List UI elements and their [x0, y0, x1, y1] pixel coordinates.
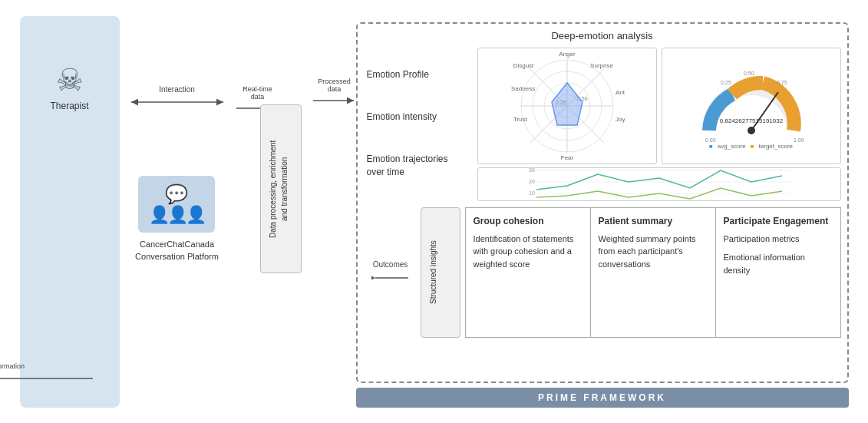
- structured-insights-box: Structured insights: [421, 207, 460, 338]
- feedback-label: Real-time feedback on patient informatio…: [0, 362, 25, 370]
- svg-text:0.56: 0.56: [577, 96, 588, 101]
- right-section: Deep-emotion analysis Emotion Profile Em…: [356, 16, 849, 408]
- participate-engagement-content1: Participation metrics: [724, 233, 833, 246]
- svg-text:Disgust: Disgust: [513, 62, 533, 69]
- emotion-labels: Emotion Profile Emotion intensity Emotio…: [364, 48, 471, 201]
- svg-text:30: 30: [529, 167, 535, 173]
- left-panel: ☠ Therapist Real-time feedback on patien…: [20, 16, 120, 408]
- group-cohesion-box: Group cohesion Identification of stateme…: [466, 208, 591, 337]
- emotion-profile-label: Emotion Profile: [367, 69, 468, 80]
- svg-text:0.00: 0.00: [705, 137, 716, 143]
- participate-engagement-title: Participate Engagement: [724, 216, 833, 226]
- emotion-trajectories-label: Emotion trajectories over time: [367, 153, 468, 179]
- prime-framework-label: PRIME FRAMEWORK: [356, 388, 849, 408]
- outcomes-container: Outcomes: [364, 207, 417, 338]
- svg-text:0.82426277515191032: 0.82426277515191032: [719, 117, 783, 124]
- svg-text:Joy: Joy: [616, 116, 625, 123]
- platform-label: CancerChatCanada Conversation Platform: [135, 239, 219, 263]
- svg-line-23: [751, 92, 778, 131]
- svg-text:Surprise: Surprise: [590, 62, 613, 69]
- svg-text:20: 20: [529, 179, 535, 184]
- interaction-arrow-svg: [127, 96, 227, 108]
- line-chart-box: Oct 7 Oct 8 Nov 9 Nov 6 Nov 6 Nov 8 Nov …: [477, 167, 841, 201]
- radar-svg: Anger Anticipation Joy Fear Trust Sadnes…: [510, 48, 625, 164]
- svg-text:Sadness: Sadness: [511, 85, 535, 92]
- processed-label: Processed data: [318, 78, 351, 93]
- processing-box: Data processing, enrichment and transfor…: [260, 104, 302, 273]
- svg-text:0.25: 0.25: [556, 100, 566, 105]
- processed-arrow-svg: [312, 94, 358, 107]
- svg-text:0.25: 0.25: [721, 80, 731, 85]
- deep-emotion-container: Deep-emotion analysis Emotion Profile Em…: [356, 22, 849, 383]
- svg-point-24: [748, 127, 755, 134]
- processing-column: Data processing, enrichment and transfor…: [250, 16, 312, 408]
- doctor-icon: ☠: [50, 62, 88, 97]
- svg-text:Anger: Anger: [559, 51, 576, 58]
- bottom-analysis-row: Outcomes Structured insights: [364, 207, 841, 338]
- gauge-chart-box: 0.82426277515191032 0.00 1.00 0.50 0.25 …: [662, 48, 841, 164]
- svg-text:0.50: 0.50: [744, 71, 754, 76]
- svg-text:Trust: Trust: [513, 116, 528, 123]
- group-cohesion-content: Identification of statements with group …: [474, 233, 583, 271]
- patient-summary-title: Patient summary: [599, 216, 708, 226]
- interaction-arrow-container: Interaction: [112, 85, 243, 108]
- svg-text:Anticipation: Anticipation: [616, 89, 625, 96]
- outcomes-arrow-svg: [371, 272, 410, 284]
- emotion-top-row: Emotion Profile Emotion intensity Emotio…: [364, 48, 841, 201]
- outcomes-label: Outcomes: [373, 260, 408, 269]
- participate-engagement-box: Participate Engagement Participation met…: [716, 208, 840, 337]
- svg-text:Fear: Fear: [560, 154, 573, 161]
- patient-summary-content: Weighted summary points from each partic…: [599, 233, 708, 271]
- participate-engagement-content2: Emotional information density: [724, 251, 833, 276]
- charts-area: Anger Anticipation Joy Fear Trust Sadnes…: [477, 48, 841, 201]
- top-charts: Anger Anticipation Joy Fear Trust Sadnes…: [477, 48, 841, 164]
- platform-box: 💬 👤👤👤 CancerChatCanada Conversation Plat…: [135, 176, 219, 263]
- group-cohesion-title: Group cohesion: [474, 216, 583, 226]
- platform-icon: 💬 👤👤👤: [138, 176, 215, 233]
- deep-emotion-title: Deep-emotion analysis: [364, 30, 841, 41]
- platform-column: Interaction 💬 👤👤👤: [120, 16, 235, 408]
- processed-label-container: Processed data: [304, 78, 365, 107]
- svg-text:0.75: 0.75: [777, 80, 787, 85]
- svg-text:1.00: 1.00: [794, 137, 804, 143]
- therapist-label: Therapist: [50, 101, 88, 111]
- svg-text:10: 10: [529, 190, 535, 196]
- feedback-arrow-container: Real-time feedback on patient informatio…: [0, 362, 112, 385]
- emotion-intensity-label: Emotion intensity: [367, 111, 468, 122]
- radar-chart-box: Anger Anticipation Joy Fear Trust Sadnes…: [477, 48, 657, 164]
- line-svg: Oct 7 Oct 8 Nov 9 Nov 6 Nov 6 Nov 8 Nov …: [529, 167, 790, 201]
- gauge-svg: 0.82426277515191032 0.00 1.00 0.50 0.25 …: [694, 61, 809, 146]
- analysis-boxes: Group cohesion Identification of stateme…: [465, 207, 841, 338]
- patient-summary-box: Patient summary Weighted summary points …: [591, 208, 716, 337]
- interaction-label: Interaction: [159, 85, 195, 94]
- feedback-arrow-svg: [0, 372, 97, 385]
- gauge-legend: ■avg_score ■target_score: [709, 143, 793, 150]
